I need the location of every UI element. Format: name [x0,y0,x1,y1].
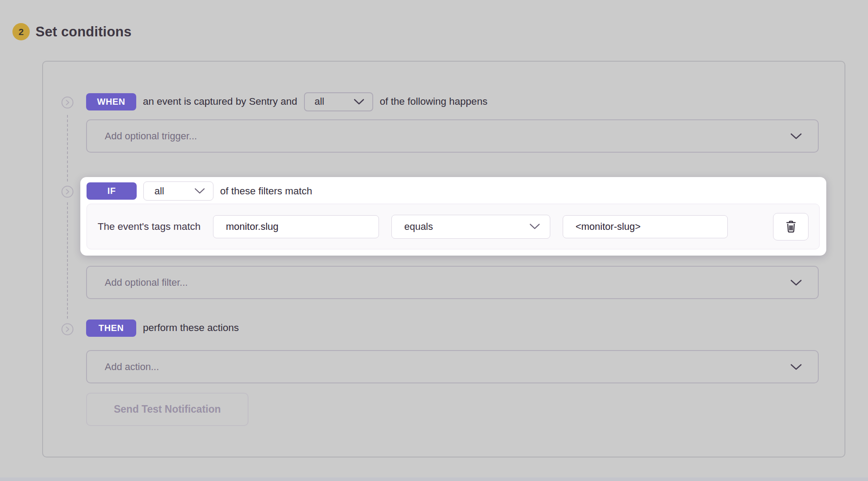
chevron-right-circle-icon [61,96,74,109]
step-connector-line [67,202,68,319]
filter-value-input[interactable] [563,215,728,238]
chevron-down-icon [790,363,802,371]
chevron-down-icon [529,223,540,230]
if-text-after: of these filters match [220,185,312,197]
then-row: THEN perform these actions [86,318,239,338]
chevron-down-icon [354,99,364,105]
filter-condition-label: The event's tags match [98,221,201,233]
if-match-select-value: all [154,185,164,197]
if-row: IF all of these filters match [87,181,312,201]
when-badge: WHEN [86,93,136,110]
page-title: Set conditions [36,24,131,40]
trash-icon [785,220,797,233]
send-test-notification-button[interactable]: Send Test Notification [86,393,249,426]
when-match-select[interactable]: all [304,92,373,111]
chevron-right-circle-icon [61,185,74,198]
when-text-before: an event is captured by Sentry and [143,96,297,107]
if-badge: IF [87,182,137,200]
delete-filter-button[interactable] [773,213,809,240]
add-filter-select[interactable]: Add optional filter... [86,266,819,299]
if-section-card: IF all of these filters match The event'… [80,177,826,256]
step-header: 2 Set conditions [12,23,131,40]
chevron-right-circle-icon [61,323,74,335]
add-trigger-placeholder: Add optional trigger... [105,130,197,142]
then-badge: THEN [86,319,136,337]
conditions-panel: WHEN an event is captured by Sentry and … [42,61,845,457]
when-row: WHEN an event is captured by Sentry and … [86,92,487,111]
add-trigger-select[interactable]: Add optional trigger... [86,119,819,153]
filter-operator-select[interactable]: equals [391,215,550,239]
add-action-select[interactable]: Add action... [86,350,819,383]
chevron-down-icon [194,188,205,194]
add-action-placeholder: Add action... [105,361,159,373]
chevron-down-icon [790,133,802,140]
then-text-after: perform these actions [143,322,239,334]
if-match-select[interactable]: all [143,181,213,201]
add-filter-placeholder: Add optional filter... [105,277,188,288]
filter-operator-value: equals [404,221,433,233]
chevron-down-icon [790,279,802,286]
filter-key-input[interactable] [213,215,379,238]
when-match-select-value: all [315,96,324,107]
filter-condition-row: The event's tags match equals [87,204,820,249]
step-number-badge: 2 [12,23,30,40]
bottom-edge-strip [0,477,868,481]
when-text-after: of the following happens [380,96,488,107]
step-connector-line [67,115,68,181]
